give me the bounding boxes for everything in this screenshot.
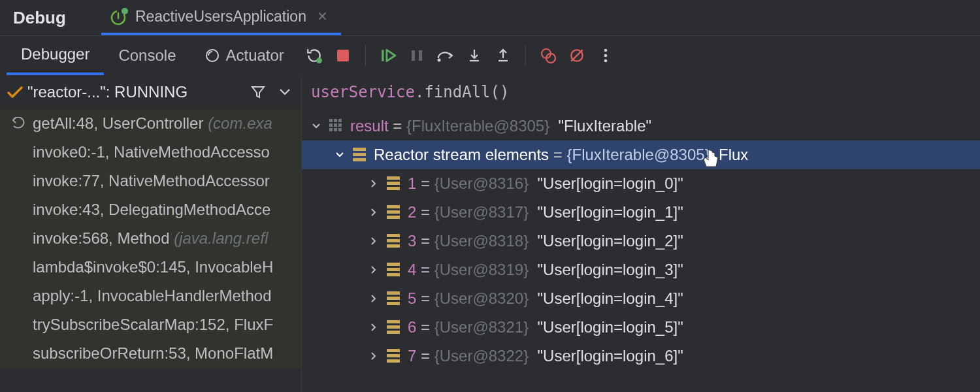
var-item[interactable]: 2 = {User@8317} "User[login=login_1]" bbox=[302, 198, 980, 227]
frame-row[interactable]: trySubscribeScalarMap:152, FluxF bbox=[0, 310, 301, 339]
var-item[interactable]: 5 = {User@8320} "User[login=login_4]" bbox=[302, 284, 980, 313]
mute-breakpoints-icon[interactable] bbox=[564, 42, 590, 69]
tab-actuator[interactable]: Actuator bbox=[190, 36, 298, 75]
svg-rect-8 bbox=[419, 50, 422, 61]
frame-row[interactable]: apply:-1, InvocableHandlerMethod bbox=[0, 282, 301, 310]
chevron-right-icon[interactable] bbox=[367, 265, 380, 274]
chevron-down-icon[interactable] bbox=[275, 79, 295, 105]
bars-icon bbox=[387, 320, 401, 335]
debug-toolbar: Debugger Console Actuator bbox=[0, 36, 980, 75]
var-item[interactable]: 6 = {User@8321} "User[login=login_5]" bbox=[302, 313, 980, 342]
debug-main: "reactor-...": RUNNING getAll:48, UserCo… bbox=[0, 75, 980, 392]
toolbar-divider bbox=[365, 45, 366, 66]
drop-frame-icon[interactable] bbox=[12, 117, 26, 130]
svg-rect-6 bbox=[382, 50, 384, 61]
tab-debugger[interactable]: Debugger bbox=[7, 36, 104, 75]
rerun-icon[interactable] bbox=[301, 42, 327, 69]
frame-row[interactable]: invoke0:-1, NativeMethodAccesso bbox=[0, 138, 301, 167]
chevron-right-icon[interactable] bbox=[367, 208, 380, 217]
var-item[interactable]: 1 = {User@8316} "User[login=login_0]" bbox=[302, 169, 980, 198]
toolbar-divider bbox=[525, 45, 526, 66]
grid-icon bbox=[329, 119, 344, 133]
svg-rect-7 bbox=[412, 50, 415, 61]
frame-row[interactable]: invoke:43, DelegatingMethodAcce bbox=[0, 195, 301, 224]
tab-console[interactable]: Console bbox=[104, 36, 190, 75]
step-over-icon[interactable] bbox=[433, 42, 459, 69]
var-item[interactable]: 3 = {User@8318} "User[login=login_2]" bbox=[302, 227, 980, 255]
filter-icon[interactable] bbox=[245, 79, 271, 105]
svg-point-2 bbox=[122, 8, 128, 14]
bars-icon bbox=[353, 148, 367, 162]
bars-icon bbox=[387, 349, 401, 363]
variables-tree[interactable]: result = {FluxIterable@8305} "FluxIterab… bbox=[302, 109, 980, 392]
debug-toolwindow-header: Debug ReactiveUsersApplication ✕ bbox=[0, 0, 980, 36]
chevron-right-icon[interactable] bbox=[367, 294, 380, 303]
run-config-tab[interactable]: ReactiveUsersApplication ✕ bbox=[101, 0, 341, 35]
more-icon[interactable] bbox=[593, 42, 619, 69]
chevron-right-icon[interactable] bbox=[367, 323, 380, 332]
variables-pane: userService.findAll() result = {FluxIter… bbox=[302, 75, 980, 392]
pause-icon[interactable] bbox=[404, 42, 430, 69]
frame-row[interactable]: invoke:568, Method (java.lang.refl bbox=[0, 224, 301, 253]
actuator-icon bbox=[204, 48, 220, 63]
var-item[interactable]: 4 = {User@8319} "User[login=login_3]" bbox=[302, 255, 980, 284]
chevron-down-icon[interactable] bbox=[310, 123, 323, 129]
frame-row[interactable]: lambda$invoke$0:145, InvocableH bbox=[0, 253, 301, 282]
thread-label: "reactor-...": RUNNING bbox=[27, 83, 188, 101]
thread-status-icon bbox=[7, 85, 24, 99]
thread-selector[interactable]: "reactor-...": RUNNING bbox=[0, 75, 301, 109]
frames-pane: "reactor-...": RUNNING getAll:48, UserCo… bbox=[0, 75, 302, 392]
var-reactor-stream[interactable]: Reactor stream elements = {FluxIterable@… bbox=[302, 140, 980, 169]
bars-icon bbox=[387, 263, 401, 277]
frames-list[interactable]: getAll:48, UserController (com.exa invok… bbox=[0, 109, 301, 392]
bars-icon bbox=[387, 291, 401, 306]
svg-point-20 bbox=[604, 59, 608, 63]
svg-point-9 bbox=[437, 59, 440, 62]
toolwindow-title: Debug bbox=[7, 8, 75, 28]
close-tab-icon[interactable]: ✕ bbox=[313, 8, 332, 24]
evaluate-expression-input[interactable]: userService.findAll() bbox=[302, 75, 980, 109]
chevron-right-icon[interactable] bbox=[367, 351, 380, 361]
var-result[interactable]: result = {FluxIterable@8305} "FluxIterab… bbox=[302, 112, 980, 140]
run-config-name: ReactiveUsersApplication bbox=[135, 8, 306, 25]
var-item[interactable]: 7 = {User@8322} "User[login=login_6]" bbox=[302, 342, 980, 370]
bars-icon bbox=[387, 205, 401, 220]
chevron-down-icon[interactable] bbox=[333, 152, 346, 158]
resume-icon[interactable] bbox=[375, 42, 401, 69]
step-out-icon[interactable] bbox=[490, 42, 516, 69]
view-breakpoints-icon[interactable] bbox=[535, 42, 561, 69]
debug-inner-tabs: Debugger Console Actuator bbox=[7, 36, 299, 75]
svg-point-4 bbox=[316, 57, 322, 63]
stop-icon[interactable] bbox=[330, 42, 356, 69]
svg-point-19 bbox=[604, 54, 608, 57]
spring-boot-icon bbox=[110, 7, 129, 25]
svg-rect-5 bbox=[337, 50, 349, 61]
frame-row[interactable]: getAll:48, UserController (com.exa bbox=[0, 109, 301, 138]
frame-row[interactable]: subscribeOrReturn:53, MonoFlatM bbox=[0, 339, 301, 368]
bars-icon bbox=[387, 234, 401, 248]
svg-point-18 bbox=[604, 49, 608, 52]
frame-row[interactable]: invoke:77, NativeMethodAccessor bbox=[0, 167, 301, 195]
chevron-right-icon[interactable] bbox=[367, 237, 380, 246]
bars-icon bbox=[387, 176, 401, 191]
step-into-icon[interactable] bbox=[461, 42, 487, 69]
chevron-right-icon[interactable] bbox=[367, 179, 380, 188]
